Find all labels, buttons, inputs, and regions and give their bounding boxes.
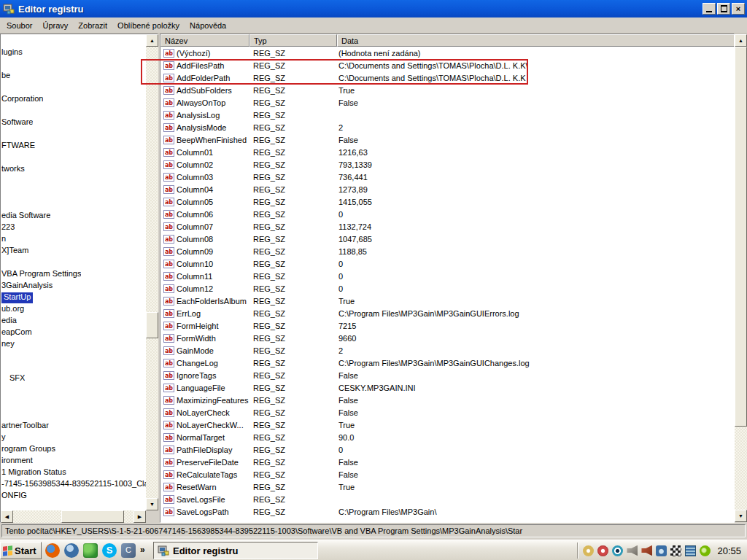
table-row[interactable]: ab ChangeLog REG_SZ C:\Program Files\MP3…	[160, 357, 734, 370]
menu-item-5[interactable]: Nápověda	[185, 19, 231, 32]
table-row[interactable]: ab PathFileDisplay REG_SZ 0	[160, 444, 734, 456]
table-row[interactable]: ab AddFilesPath REG_SZ C:\Documents and …	[160, 60, 734, 72]
tree-vscroll-thumb[interactable]	[146, 312, 158, 338]
table-row[interactable]: ab ResetWarn REG_SZ True	[160, 481, 734, 494]
volume-icon[interactable]	[641, 545, 652, 556]
table-row[interactable]: ab SaveLogsFile REG_SZ	[160, 494, 734, 506]
list-vscroll-thumb[interactable]	[735, 47, 747, 427]
table-row[interactable]: ab MaximizingFeatures REG_SZ False	[160, 394, 734, 407]
table-row[interactable]: ab BeepWhenFinished REG_SZ False	[160, 134, 734, 147]
table-row[interactable]: ab Column12 REG_SZ 0	[160, 283, 734, 295]
table-row[interactable]: ab AnalysisLog REG_SZ	[160, 109, 734, 122]
tree-item[interactable]: Corporation	[1, 94, 43, 105]
quicklaunch-chevron[interactable]: »	[140, 545, 145, 555]
table-row[interactable]: ab Column03 REG_SZ 736,441	[160, 171, 734, 184]
tree-item[interactable]: 3GainAnalysis	[1, 281, 53, 292]
tree-vscroll-track[interactable]	[146, 47, 158, 498]
table-row[interactable]: ab Column05 REG_SZ 1415,055	[160, 196, 734, 209]
table-row[interactable]: ab AnalysisMode REG_SZ 2	[160, 122, 734, 134]
tree-item[interactable]: ub.org	[1, 304, 24, 315]
tree-scroll-left-button[interactable]: ◀	[1, 510, 13, 523]
tree-item[interactable]: artnerToolbar	[1, 421, 49, 432]
task-button-editor-registru[interactable]: Editor registru	[153, 542, 318, 559]
table-row[interactable]: ab Column04 REG_SZ 1273,89	[160, 184, 734, 196]
list-scroll-down-button[interactable]: ▼	[735, 510, 747, 522]
table-row[interactable]: ab IgnoreTags REG_SZ False	[160, 370, 734, 382]
camera-icon[interactable]	[656, 545, 667, 556]
nvidia-icon[interactable]	[700, 545, 711, 556]
tree-item[interactable]: be	[1, 71, 10, 82]
tree-item[interactable]: 1 Migration Status	[1, 467, 66, 478]
table-row[interactable]: ab GainMode REG_SZ 2	[160, 345, 734, 357]
tree-scroll-up-button[interactable]: ▲	[146, 34, 158, 47]
tree-item[interactable]: 223	[1, 222, 15, 233]
clover-icon[interactable]	[83, 543, 98, 558]
table-row[interactable]: ab FormWidth REG_SZ 9660	[160, 332, 734, 345]
table-row[interactable]: ab Column11 REG_SZ 0	[160, 271, 734, 283]
table-row[interactable]: ab LanguageFile REG_SZ CESKY.MP3GAIN.INI	[160, 382, 734, 394]
tree-item[interactable]: edia	[1, 316, 17, 327]
thunderbird-icon[interactable]	[64, 543, 79, 558]
table-row[interactable]: ab Column06 REG_SZ 0	[160, 209, 734, 221]
tree-item[interactable]: -7145-1563985344-839522115-1003_Cla	[1, 479, 149, 490]
table-row[interactable]: ab (Výchozí) REG_SZ (Hodnota není zadána…	[160, 47, 734, 60]
table-row[interactable]: ab SaveLogsPath REG_SZ C:\Program Files\…	[160, 506, 734, 518]
tree-item[interactable]: lugins	[1, 47, 23, 58]
firefox-icon[interactable]	[45, 543, 60, 558]
tree-item[interactable]: FTWARE	[1, 141, 35, 152]
table-row[interactable]: ab ReCalculateTags REG_SZ False	[160, 469, 734, 481]
tree-item[interactable]: ironment	[1, 456, 33, 467]
eye-icon[interactable]	[612, 545, 623, 556]
restore-button[interactable]	[717, 3, 730, 15]
table-row[interactable]: ab AlwaysOnTop REG_SZ False	[160, 97, 734, 109]
tree-item[interactable]: n	[1, 234, 6, 245]
minimize-button[interactable]	[703, 3, 716, 15]
table-row[interactable]: ab NormalTarget REG_SZ 90.0	[160, 432, 734, 444]
table-row[interactable]: ab FormHeight REG_SZ 7215	[160, 320, 734, 332]
tree-item[interactable]: rogram Groups	[1, 444, 55, 455]
menu-item-1[interactable]: Soubor	[1, 19, 37, 32]
skype-icon[interactable]: S	[102, 543, 117, 558]
table-row[interactable]: ab Column07 REG_SZ 1132,724	[160, 221, 734, 233]
table-row[interactable]: ab EachFolderIsAlbum REG_SZ True	[160, 295, 734, 308]
flower-icon[interactable]	[597, 545, 608, 556]
column-header-type[interactable]: Typ	[249, 34, 337, 47]
messenger-icon[interactable]: C	[121, 543, 136, 558]
display-icon[interactable]	[685, 545, 696, 556]
tree-hscroll-thumb[interactable]	[61, 510, 124, 523]
column-header-name[interactable]: Název	[160, 34, 249, 47]
table-row[interactable]: ab AddFolderPath REG_SZ C:\Documents and…	[160, 72, 734, 85]
tree-item[interactable]: SFX	[9, 373, 25, 384]
table-row[interactable]: ab Column08 REG_SZ 1047,685	[160, 233, 734, 246]
tree-item[interactable]: edia Software	[1, 211, 50, 222]
tree-item[interactable]: y	[1, 432, 6, 443]
speaker-icon[interactable]	[627, 545, 638, 556]
table-row[interactable]: ab Column10 REG_SZ 0	[160, 258, 734, 271]
close-button[interactable]: ×	[732, 3, 745, 15]
table-row[interactable]: ab NoLayerCheck REG_SZ False	[160, 407, 734, 419]
table-row[interactable]: ab Column02 REG_SZ 793,1339	[160, 159, 734, 171]
tree-item[interactable]: X]Team	[1, 246, 28, 257]
checkered-icon[interactable]	[670, 545, 681, 556]
table-row[interactable]: ab AddSubFolders REG_SZ True	[160, 85, 734, 97]
table-row[interactable]: ab Column01 REG_SZ 1216,63	[160, 147, 734, 159]
tree-item-selected[interactable]: StartUp	[1, 292, 33, 303]
title-bar[interactable]: Editor registru ×	[0, 0, 747, 18]
menu-item-4[interactable]: Oblíbené položky	[112, 19, 185, 32]
table-row[interactable]: ab PreserveFileDate REG_SZ False	[160, 456, 734, 469]
list-scroll-up-button[interactable]: ▲	[735, 34, 747, 47]
start-button[interactable]: Start	[0, 542, 42, 559]
tree-item[interactable]: eapCom	[1, 327, 32, 338]
tree-item[interactable]: tworks	[1, 164, 25, 175]
cd-icon[interactable]	[583, 545, 594, 556]
table-row[interactable]: ab NoLayerCheckW... REG_SZ True	[160, 419, 734, 432]
tree-item[interactable]: ney	[1, 339, 15, 350]
table-row[interactable]: ab Column09 REG_SZ 1188,85	[160, 246, 734, 258]
menu-item-2[interactable]: Úpravy	[37, 19, 73, 32]
column-header-data[interactable]: Data	[337, 34, 735, 47]
tree-item[interactable]: Software	[1, 117, 33, 128]
table-row[interactable]: ab ErrLog REG_SZ C:\Program Files\MP3Gai…	[160, 308, 734, 320]
tree-item[interactable]: ONFIG	[1, 491, 27, 502]
tree-scroll-down-button[interactable]: ▼	[146, 498, 158, 510]
tree-scroll-right-button[interactable]: ▶	[133, 510, 146, 523]
